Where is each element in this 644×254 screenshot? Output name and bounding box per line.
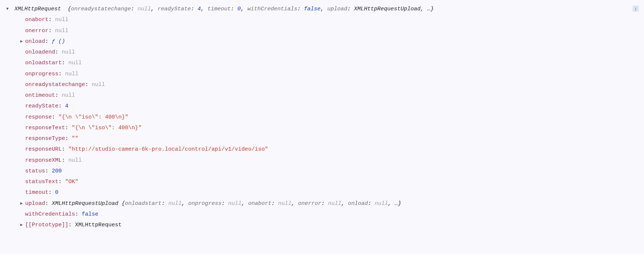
prop-value: "{\n \"iso\": 400\n}" — [58, 114, 128, 120]
prop-key: timeout — [25, 189, 48, 196]
prop-value: null — [55, 17, 68, 23]
prop-key: responseXML — [25, 157, 62, 164]
prop-value: null — [62, 49, 75, 55]
prop-key: onabort — [25, 17, 48, 23]
prop-onreadystatechange[interactable]: onreadystatechange: null — [5, 79, 639, 90]
prop-upload[interactable]: ▶upload: XMLHttpRequestUpload {onloadsta… — [5, 198, 639, 209]
prop-timeout[interactable]: timeout: 0 — [5, 187, 639, 198]
expand-toggle-icon[interactable]: ▶ — [19, 38, 24, 45]
prop-key: onloadstart — [25, 60, 62, 66]
prop-value: 200 — [52, 168, 62, 174]
prop-prototype[interactable]: ▶[[Prototype]]: XMLHttpRequest — [5, 220, 639, 230]
prop-value: 4 — [65, 103, 68, 109]
prop-responseurl[interactable]: responseURL: "http://studio-camera-6k-pr… — [5, 144, 639, 155]
prop-onloadstart[interactable]: onloadstart: null — [5, 58, 639, 68]
prop-key: responseText — [25, 125, 65, 131]
object-preview: {onreadystatechange: null, readyState: 4… — [64, 6, 434, 12]
prop-value: "http://studio-camera-6k-pro.local/contr… — [68, 146, 268, 152]
prop-key: onreadystatechange — [25, 82, 85, 88]
prop-ontimeout[interactable]: ontimeout: null — [5, 90, 639, 101]
prop-onabort[interactable]: onabort: null — [5, 14, 639, 25]
prop-value: "" — [72, 135, 78, 142]
object-class-name: XMLHttpRequest — [14, 6, 61, 12]
prop-key: onprogress — [25, 71, 58, 77]
prop-key: onload — [25, 38, 45, 45]
prop-key: response — [25, 114, 52, 120]
object-preview: XMLHttpRequestUpload {onloadstart: null,… — [52, 200, 401, 207]
expand-toggle-icon[interactable]: ▶ — [19, 200, 24, 207]
prop-value: "OK" — [65, 179, 78, 185]
prop-key: readyState — [25, 103, 58, 109]
prop-responsetext[interactable]: responseText: "{\n \"iso\": 400\n}" — [5, 123, 639, 133]
prop-onload[interactable]: ▶onload: ƒ () — [5, 36, 639, 47]
prop-value: null — [55, 28, 68, 34]
prop-withcredentials[interactable]: withCredentials: false — [5, 209, 639, 220]
prop-status[interactable]: status: 200 — [5, 166, 639, 176]
prop-onprogress[interactable]: onprogress: null — [5, 69, 639, 79]
prop-statustext[interactable]: statusText: "OK" — [5, 176, 639, 187]
prop-value: ƒ () — [52, 38, 65, 45]
prop-key: withCredentials — [25, 211, 75, 217]
prop-value: 0 — [55, 189, 58, 196]
prop-key: ontimeout — [25, 92, 55, 99]
prop-value: null — [65, 71, 78, 77]
prop-key: onloadend — [25, 49, 55, 55]
prop-responsexml[interactable]: responseXML: null — [5, 155, 639, 166]
prop-value: null — [68, 157, 82, 164]
prop-readystate[interactable]: readyState: 4 — [5, 101, 639, 111]
prop-onerror[interactable]: onerror: null — [5, 25, 639, 36]
prop-value: "{\n \"iso\": 400\n}" — [72, 125, 142, 131]
prop-responsetype[interactable]: responseType: "" — [5, 133, 639, 144]
prop-key: responseURL — [25, 146, 62, 152]
info-icon[interactable]: i — [633, 6, 639, 12]
prop-key: status — [25, 168, 45, 174]
prop-key: upload — [25, 200, 45, 207]
expand-toggle-icon[interactable]: ▼ — [5, 5, 10, 13]
prop-key: responseType — [25, 135, 65, 142]
prop-key: onerror — [25, 28, 48, 34]
prop-onloadend[interactable]: onloadend: null — [5, 47, 639, 58]
prop-value: false — [82, 211, 98, 217]
prop-value: null — [92, 82, 105, 88]
prop-response[interactable]: response: "{\n \"iso\": 400\n}" — [5, 112, 639, 123]
prop-key: [[Prototype]] — [25, 222, 68, 228]
prop-value: XMLHttpRequest — [75, 222, 122, 228]
prop-value: null — [68, 60, 82, 66]
prop-key: statusText — [25, 179, 58, 185]
prop-value: null — [62, 92, 75, 99]
object-header-row[interactable]: ▼ XMLHttpRequest {onreadystatechange: nu… — [5, 4, 639, 14]
expand-toggle-icon[interactable]: ▶ — [19, 221, 24, 229]
